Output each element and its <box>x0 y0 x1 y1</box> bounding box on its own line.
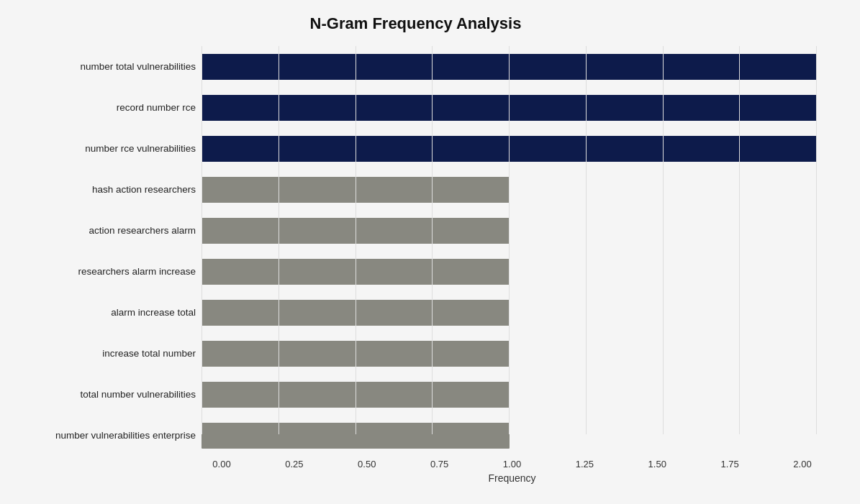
y-label: total number vulnerabilities <box>14 374 196 415</box>
x-tick: 0.00 <box>207 459 236 469</box>
bar-row <box>202 169 817 210</box>
y-label: researchers alarm increase <box>14 251 196 292</box>
bar-row <box>202 415 817 456</box>
y-label: hash action researchers <box>14 169 196 210</box>
y-label: increase total number <box>14 333 196 374</box>
bar-row <box>202 210 817 251</box>
y-label: number vulnerabilities enterprise <box>14 415 196 456</box>
bar <box>202 136 817 162</box>
bar <box>202 300 510 326</box>
x-tick: 1.25 <box>570 459 599 469</box>
chart-title: N-Gram Frequency Analysis <box>14 14 817 33</box>
bar <box>202 382 510 408</box>
bar <box>202 341 510 367</box>
x-tick: 2.00 <box>788 459 817 469</box>
bar <box>202 259 510 285</box>
bar-row <box>202 251 817 292</box>
x-tick: 0.25 <box>280 459 309 469</box>
bar <box>202 54 817 80</box>
x-axis-label: Frequency <box>207 472 817 484</box>
x-tick: 0.75 <box>425 459 454 469</box>
bars-area <box>202 46 817 456</box>
bar-row <box>202 374 817 415</box>
bar-row <box>202 128 817 169</box>
bar-row <box>202 87 817 128</box>
y-label: number rce vulnerabilities <box>14 128 196 169</box>
x-tick: 1.00 <box>498 459 527 469</box>
y-label: number total vulnerabilities <box>14 46 196 87</box>
x-tick: 0.50 <box>353 459 381 469</box>
bar <box>202 177 510 203</box>
x-tick: 1.75 <box>715 459 744 469</box>
bar-row <box>202 333 817 374</box>
bar-row <box>202 46 817 87</box>
bar <box>202 95 817 121</box>
y-label: record number rce <box>14 87 196 128</box>
y-axis: number total vulnerabilitiesrecord numbe… <box>14 46 202 456</box>
x-tick: 1.50 <box>643 459 671 469</box>
chart-container: N-Gram Frequency Analysis number total v… <box>0 0 860 504</box>
y-label: action researchers alarm <box>14 210 196 251</box>
bars-wrapper <box>202 46 817 456</box>
x-axis: 0.000.250.500.751.001.251.501.752.00 <box>207 459 817 469</box>
y-label: alarm increase total <box>14 292 196 333</box>
bar <box>202 218 510 244</box>
bar <box>202 423 510 449</box>
bar-row <box>202 292 817 333</box>
